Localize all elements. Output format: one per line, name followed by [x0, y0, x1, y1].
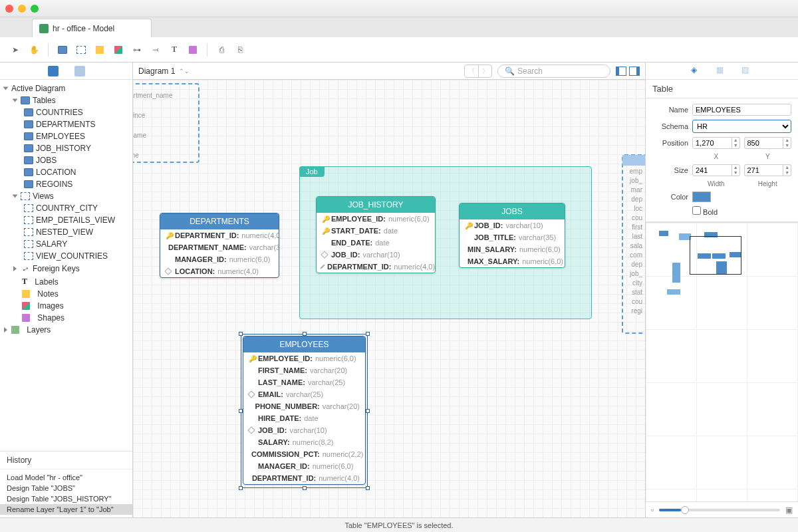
entity-column[interactable]: JOB_TITLE: varchar(35) — [460, 231, 565, 243]
bold-checkbox-label[interactable]: Bold — [692, 208, 718, 216]
images-node[interactable]: Images — [0, 300, 132, 312]
tree-table-item[interactable]: JOB_HISTORY — [0, 142, 132, 154]
color-swatch[interactable] — [692, 192, 711, 202]
view-tool[interactable] — [74, 43, 88, 57]
entity-job-history[interactable]: JOB_HISTORY 🔑EMPLOYEE_ID: numeric(6,0)🔑S… — [316, 196, 436, 273]
entity-header: DEPARTMENTS — [160, 213, 279, 229]
foreign-keys-node[interactable]: ↔Foreign Keys — [0, 262, 132, 275]
entity-column[interactable]: END_DATE: date — [317, 237, 435, 249]
entity-column[interactable]: LOCATION: numeric(4,0) — [160, 265, 279, 277]
minimize-window-button[interactable] — [18, 5, 26, 13]
checkbox-bold[interactable] — [692, 206, 701, 215]
entity-column[interactable]: MANAGER_ID: numeric(6,0) — [160, 253, 279, 265]
table-tool[interactable] — [55, 43, 70, 57]
image-tool[interactable] — [111, 43, 126, 57]
minimap[interactable] — [646, 222, 798, 501]
nav-forward[interactable]: 〉 — [478, 65, 491, 77]
diagram-canvas[interactable]: artment_namevincenameme empjob_mardeploc… — [133, 80, 645, 517]
tables-node[interactable]: Tables — [0, 94, 132, 106]
inspector-tab-3[interactable]: ▧ — [741, 65, 753, 77]
entity-jobs[interactable]: JOBS 🔑JOB_ID: varchar(10)JOB_TITLE: varc… — [459, 203, 565, 268]
entity-column[interactable]: 🔑START_DATE: date — [317, 225, 435, 237]
input-name[interactable] — [692, 104, 791, 116]
tree-view-item[interactable]: EMP_DETAILS_VIEW — [0, 214, 132, 226]
input-width[interactable] — [692, 164, 732, 176]
table-icon — [24, 108, 33, 116]
tree-view-item[interactable]: COUNTRY_CITY — [0, 202, 132, 214]
history-item[interactable]: Rename Layer "Layer 1" to "Job" — [0, 504, 132, 515]
close-window-button[interactable] — [5, 5, 13, 13]
tab-model[interactable]: hr - office - Model — [32, 19, 152, 37]
hand-tool[interactable]: ✋ — [27, 43, 41, 57]
separator — [207, 43, 207, 57]
stepper-down-icon[interactable]: ▼ — [783, 170, 791, 176]
relation-tool-1[interactable]: ⊶ — [130, 43, 144, 57]
selection-handles[interactable] — [241, 334, 368, 488]
stepper-up-icon[interactable]: ▲ — [783, 138, 791, 143]
library-tab-icon[interactable] — [74, 66, 85, 76]
stepper-up-icon[interactable]: ▲ — [783, 165, 791, 170]
pointer-tool[interactable]: ➤ — [8, 43, 23, 57]
zoom-out-icon[interactable]: ▫ — [651, 505, 654, 515]
views-node[interactable]: Views — [0, 190, 132, 202]
shapes-node[interactable]: Shapes — [0, 312, 132, 324]
search-icon: 🔍 — [505, 66, 515, 76]
toggle-left-pane[interactable] — [616, 66, 626, 76]
entity-column[interactable]: 🔑EMPLOYEE_ID: numeric(6,0) — [317, 213, 435, 225]
stepper-down-icon[interactable]: ▼ — [732, 170, 739, 176]
entity-column[interactable]: DEPARTMENT_NAME: varchar(30) — [160, 241, 279, 253]
input-x[interactable] — [692, 137, 732, 149]
search-box[interactable]: 🔍 Search — [497, 65, 610, 78]
entity-column[interactable]: DEPARTMENT_ID: numeric(4,0) — [317, 261, 435, 273]
label-tool[interactable]: T — [167, 43, 182, 57]
outline-tab-icon[interactable] — [48, 66, 59, 76]
entity-column[interactable]: 🔑DEPARTMENT_ID: numeric(4,0) — [160, 229, 279, 241]
zoom-slider[interactable] — [659, 509, 780, 511]
entity-column[interactable]: 🔑JOB_ID: varchar(10) — [460, 219, 565, 231]
notes-node[interactable]: Notes — [0, 288, 132, 300]
entity-column[interactable]: JOB_ID: varchar(10) — [317, 249, 435, 261]
tree-view-item[interactable]: SALARY — [0, 238, 132, 250]
tree-table-item[interactable]: DEPARTMENTS — [0, 118, 132, 130]
tree-view-item[interactable]: VIEW_COUNTRIES — [0, 250, 132, 262]
note-tool[interactable] — [92, 43, 107, 57]
export-tool-1[interactable]: ⎙ — [214, 43, 229, 57]
tree-view-item[interactable]: NESTED_VIEW — [0, 226, 132, 238]
input-y[interactable] — [744, 137, 784, 149]
inspector-tab-2[interactable]: ▦ — [716, 65, 728, 77]
tree-table-item[interactable]: JOBS — [0, 154, 132, 166]
maximize-window-button[interactable] — [31, 5, 39, 13]
relation-tool-2[interactable]: ⤙ — [148, 43, 163, 57]
inspector-tabs: ◈ ▦ ▧ — [646, 63, 798, 80]
select-schema[interactable]: HR — [692, 120, 791, 133]
entity-column[interactable]: MAX_SALARY: numeric(6,0) — [460, 255, 565, 267]
diagram-selector[interactable]: Diagram 1 ⌃⌄ — [138, 66, 190, 76]
shape-tool[interactable] — [186, 43, 200, 57]
pane-toggles — [616, 66, 640, 76]
labels-node[interactable]: T Labels — [0, 275, 132, 288]
ghost-column: regi — [631, 307, 642, 315]
tree-table-item[interactable]: EMPLOYEES — [0, 130, 132, 142]
stepper-up-icon[interactable]: ▲ — [732, 165, 739, 170]
sidebar-tabs — [0, 63, 132, 80]
input-height[interactable] — [744, 164, 784, 176]
titlebar — [0, 0, 798, 17]
entity-departments[interactable]: DEPARTMENTS 🔑DEPARTMENT_ID: numeric(4,0)… — [160, 213, 279, 278]
tree-table-item[interactable]: REGOINS — [0, 178, 132, 190]
history-item[interactable]: Design Table "JOBS_HISTORY" — [0, 493, 132, 504]
tree-table-item[interactable]: COUNTRIES — [0, 106, 132, 118]
layers-node[interactable]: Layers — [0, 324, 132, 336]
history-item[interactable]: Load Model "hr - office" — [0, 472, 132, 483]
zoom-in-icon[interactable]: ▣ — [785, 505, 793, 515]
export-tool-2[interactable]: ⎘ — [233, 43, 247, 57]
toggle-right-pane[interactable] — [629, 66, 640, 76]
entity-column[interactable]: MIN_SALARY: numeric(6,0) — [460, 243, 565, 255]
inspector-tab-object[interactable]: ◈ — [691, 65, 703, 77]
active-diagram-node[interactable]: Active Diagram — [0, 82, 132, 94]
nav-back[interactable]: 〈 — [465, 65, 478, 77]
stepper-down-icon[interactable]: ▼ — [783, 143, 791, 148]
tree-table-item[interactable]: LOCATION — [0, 166, 132, 178]
history-item[interactable]: Design Table "JOBS" — [0, 483, 132, 493]
stepper-up-icon[interactable]: ▲ — [732, 138, 739, 143]
stepper-down-icon[interactable]: ▼ — [732, 143, 739, 148]
